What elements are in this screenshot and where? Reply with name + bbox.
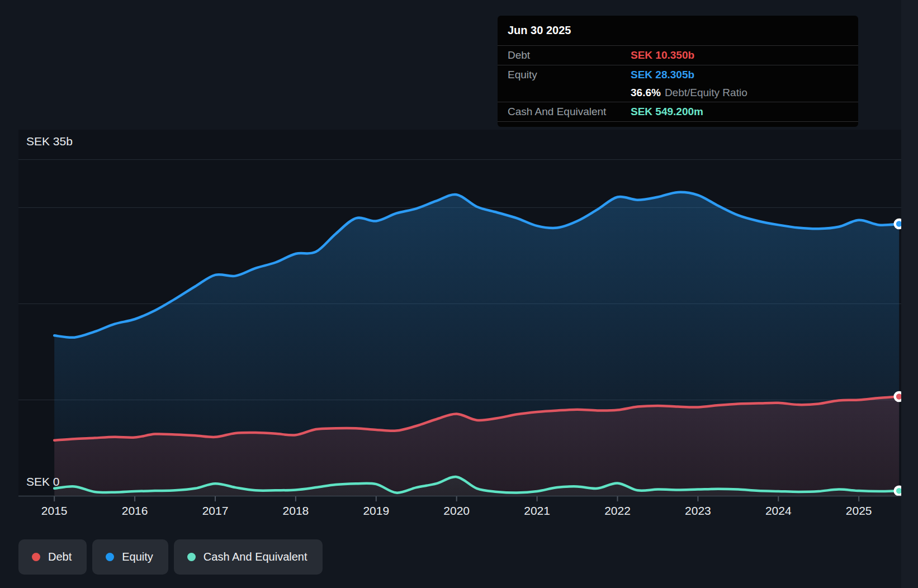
x-axis-label-2020: 2020	[432, 504, 482, 518]
tooltip-cash-label: Cash And Equivalent	[508, 106, 631, 118]
x-axis-label-2016: 2016	[110, 504, 160, 518]
tooltip-debt-value: SEK 10.350b	[631, 49, 694, 61]
legend-dot-debt	[32, 553, 40, 561]
y-axis-label-zero: SEK 0	[26, 475, 60, 489]
tooltip-debt-label: Debt	[508, 49, 631, 61]
legend-dot-equity	[106, 553, 114, 561]
x-axis-label-2024: 2024	[753, 504, 803, 518]
x-axis-label-2017: 2017	[190, 504, 240, 518]
tooltip-row-debt: Debt SEK 10.350b	[498, 46, 858, 65]
tooltip-equity-value: SEK 28.305b	[631, 69, 694, 81]
legend-item-cash-and-equivalent[interactable]: Cash And Equivalent	[174, 539, 323, 575]
chart-tooltip: Jun 30 2025 Debt SEK 10.350b Equity SEK …	[498, 16, 858, 127]
legend-label: Equity	[122, 551, 153, 563]
debt-equity-history-page: SEK 35b SEK 0 20152016201720182019202020…	[0, 0, 918, 588]
tooltip-row-equity: Equity SEK 28.305b	[498, 65, 858, 84]
legend-label: Debt	[48, 551, 72, 563]
x-axis-label-2023: 2023	[673, 504, 723, 518]
tooltip-equity-label: Equity	[508, 69, 631, 81]
chart-legend: DebtEquityCash And Equivalent	[18, 539, 323, 575]
tooltip-row-ratio: 36.6% Debt/Equity Ratio	[498, 84, 858, 102]
legend-label: Cash And Equivalent	[204, 551, 307, 563]
x-axis-label-2022: 2022	[593, 504, 643, 518]
tooltip-row-cash: Cash And Equivalent SEK 549.200m	[498, 102, 858, 122]
plot-right-margin	[901, 0, 918, 588]
tooltip-cash-value: SEK 549.200m	[631, 106, 703, 118]
x-axis-label-2019: 2019	[351, 504, 401, 518]
tooltip-ratio-suffix: Debt/Equity Ratio	[665, 87, 747, 99]
x-axis-label-2021: 2021	[512, 504, 562, 518]
x-axis-label-2015: 2015	[29, 504, 79, 518]
tooltip-ratio-value: 36.6%	[631, 87, 661, 99]
x-axis-label-2025: 2025	[834, 504, 884, 518]
legend-dot-cash-and-equivalent	[187, 553, 196, 561]
tooltip-date: Jun 30 2025	[498, 16, 858, 46]
legend-item-equity[interactable]: Equity	[92, 539, 168, 575]
x-axis-label-2018: 2018	[271, 504, 321, 518]
y-axis-label-max: SEK 35b	[26, 134, 73, 149]
legend-item-debt[interactable]: Debt	[18, 539, 87, 575]
